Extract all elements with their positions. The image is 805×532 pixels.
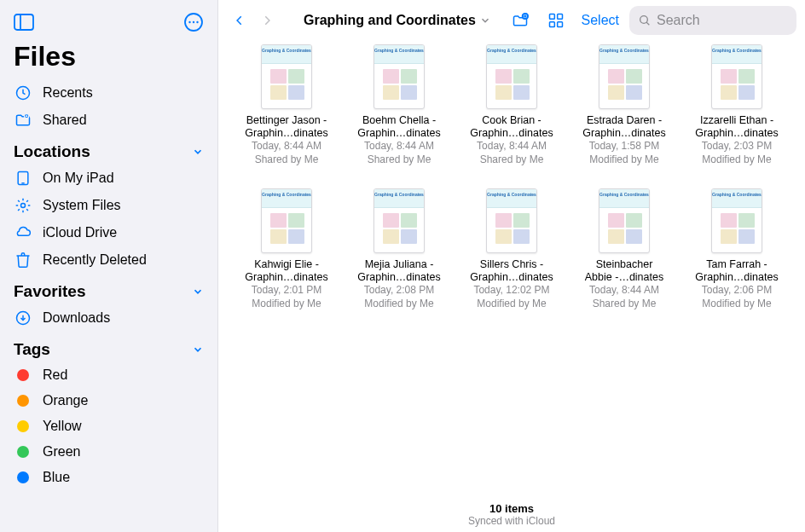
sidebar-item-onmyipad[interactable]: On My iPad — [0, 165, 217, 192]
item-count: 10 items — [218, 502, 805, 515]
sync-status: Synced with iCloud — [218, 515, 805, 527]
breadcrumb-label: Graphing and Coordinates — [304, 13, 476, 28]
sidebar-item-label: System Files — [43, 198, 121, 213]
ipad-icon — [14, 170, 32, 187]
toggle-sidebar-icon[interactable] — [12, 10, 36, 34]
file-item[interactable]: Graphing & CoordinatesSteinbacherAbbie -… — [575, 188, 674, 310]
file-item[interactable]: Graphing & CoordinatesMejia Juliana -Gra… — [350, 188, 449, 310]
file-thumbnail: Graphing & Coordinates — [374, 188, 425, 253]
app-title: Files — [0, 36, 217, 79]
svg-rect-20 — [549, 22, 554, 27]
file-item[interactable]: Graphing & CoordinatesBettinger Jason -G… — [237, 44, 336, 166]
file-status: Modified by Me — [702, 153, 771, 167]
search-field[interactable] — [629, 6, 796, 35]
section-favorites[interactable]: Favorites — [0, 274, 217, 304]
file-thumbnail: Graphing & Coordinates — [261, 44, 312, 109]
file-item[interactable]: Graphing & CoordinatesIzzarelli Ethan -G… — [687, 44, 786, 166]
file-thumbnail: Graphing & Coordinates — [486, 44, 537, 109]
file-item[interactable]: Graphing & CoordinatesCook Brian -Graphi… — [462, 44, 561, 166]
sidebar-tag-yellow[interactable]: Yellow — [0, 413, 217, 439]
file-time: Today, 8:44 AM — [364, 140, 434, 153]
sidebar-item-label: Recents — [43, 85, 93, 101]
sidebar-item-shared[interactable]: Shared — [0, 107, 217, 134]
status-footer: 10 items Synced with iCloud — [218, 502, 805, 527]
tag-dot-icon — [14, 369, 32, 381]
sidebar-item-recents[interactable]: Recents — [0, 79, 217, 107]
sidebar-item-systemfiles[interactable]: System Files — [0, 192, 217, 219]
main-content: Graphing and Coordinates Select Graphing… — [218, 0, 805, 532]
chevron-down-icon — [479, 14, 491, 26]
file-thumbnail: Graphing & Coordinates — [599, 44, 650, 109]
section-locations[interactable]: Locations — [0, 134, 217, 165]
svg-rect-0 — [14, 14, 33, 30]
file-name: SteinbacherAbbie -…dinates — [585, 258, 663, 284]
sidebar-item-label: Yellow — [43, 419, 82, 434]
file-thumbnail: Graphing & Coordinates — [374, 44, 425, 109]
file-item[interactable]: Graphing & CoordinatesBoehm Chella -Grap… — [350, 44, 449, 166]
file-name: Sillers Chris -Graphin…dinates — [470, 258, 553, 284]
file-thumbnail: Graphing & Coordinates — [486, 188, 537, 253]
file-status: Modified by Me — [589, 153, 658, 167]
chevron-down-icon — [192, 344, 204, 356]
search-input[interactable] — [657, 13, 805, 28]
section-label: Locations — [14, 142, 90, 161]
forward-button[interactable] — [254, 12, 280, 29]
file-time: Today, 8:44 AM — [589, 284, 659, 298]
svg-point-22 — [640, 16, 648, 24]
file-status: Shared by Me — [593, 298, 657, 311]
sidebar-tag-blue[interactable]: Blue — [0, 465, 217, 490]
new-folder-button[interactable] — [503, 12, 537, 29]
sidebar-item-recentlydeleted[interactable]: Recently Deleted — [0, 246, 217, 274]
sidebar-item-label: Recently Deleted — [43, 252, 147, 268]
sidebar-tag-green[interactable]: Green — [0, 439, 217, 465]
svg-line-23 — [646, 22, 649, 25]
file-status: Shared by Me — [480, 153, 544, 167]
file-name: Tam Farrah -Graphin…dinates — [695, 258, 778, 284]
view-mode-button[interactable] — [541, 12, 571, 29]
breadcrumb[interactable]: Graphing and Coordinates — [304, 13, 491, 28]
file-item[interactable]: Graphing & CoordinatesEstrada Daren -Gra… — [575, 44, 674, 166]
file-name: Izzarelli Ethan -Graphin…dinates — [695, 114, 778, 140]
sidebar-item-label: iCloud Drive — [43, 225, 117, 240]
search-icon — [638, 14, 652, 27]
file-thumbnail: Graphing & Coordinates — [599, 188, 650, 253]
files-grid: Graphing & CoordinatesBettinger Jason -G… — [218, 41, 805, 310]
select-button[interactable]: Select — [575, 13, 626, 28]
svg-point-7 — [25, 113, 29, 118]
sidebar-tag-orange[interactable]: Orange — [0, 388, 217, 413]
file-name: Cook Brian -Graphin…dinates — [470, 114, 553, 140]
tag-dot-icon — [14, 471, 32, 483]
download-icon — [14, 309, 32, 327]
sidebar-item-label: Downloads — [43, 310, 110, 326]
shared-folder-icon — [14, 112, 32, 129]
svg-rect-18 — [549, 14, 554, 20]
svg-rect-21 — [557, 22, 562, 27]
file-time: Today, 2:08 PM — [364, 284, 435, 298]
file-name: Mejia Juliana -Graphin…dinates — [357, 258, 440, 284]
file-item[interactable]: Graphing & CoordinatesSillers Chris -Gra… — [462, 188, 561, 310]
file-time: Today, 8:44 AM — [252, 140, 321, 153]
sidebar-item-iclouddrive[interactable]: iCloud Drive — [0, 219, 217, 246]
chevron-down-icon — [192, 146, 204, 158]
tag-dot-icon — [14, 395, 32, 407]
sidebar-item-downloads[interactable]: Downloads — [0, 304, 217, 332]
back-button[interactable] — [227, 12, 252, 29]
svg-rect-19 — [557, 14, 562, 20]
svg-point-5 — [196, 21, 198, 23]
tag-dot-icon — [14, 446, 32, 458]
file-thumbnail: Graphing & Coordinates — [261, 188, 312, 253]
toolbar: Graphing and Coordinates Select — [218, 0, 805, 41]
section-tags[interactable]: Tags — [0, 332, 217, 362]
sidebar-tag-red[interactable]: Red — [0, 362, 217, 388]
sidebar-item-label: Orange — [43, 393, 88, 408]
file-time: Today, 2:06 PM — [702, 284, 773, 298]
svg-point-3 — [188, 21, 190, 23]
section-label: Tags — [14, 340, 50, 359]
file-item[interactable]: Graphing & CoordinatesKahwigi Elie -Grap… — [237, 188, 336, 310]
sidebar-item-label: Red — [43, 367, 67, 383]
file-item[interactable]: Graphing & CoordinatesTam Farrah -Graphi… — [687, 188, 786, 310]
sidebar-item-label: On My iPad — [43, 171, 114, 186]
file-name: Estrada Daren -Graphin…dinates — [582, 114, 665, 140]
cloud-icon — [14, 224, 32, 241]
more-menu-icon[interactable] — [182, 10, 206, 34]
